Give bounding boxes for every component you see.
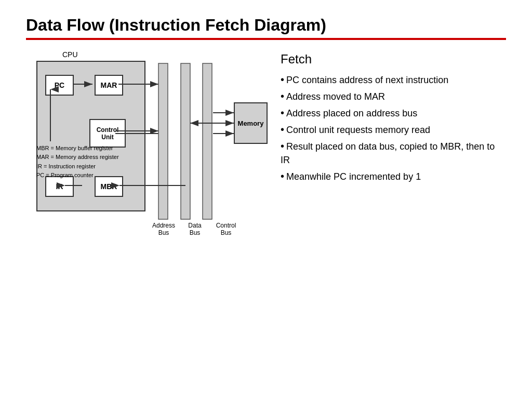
- text-area: Fetch PC contains address of next instru…: [281, 50, 506, 185]
- svg-rect-10: [181, 63, 190, 219]
- bus-labels: AddressBus DataBus ControlBus: [151, 222, 239, 237]
- page-title: Data Flow (Instruction Fetch Diagram): [26, 16, 506, 35]
- legend: MBR = Memory buffer register MAR = Memor…: [36, 144, 119, 180]
- bullet-4: Control unit requests memory read: [281, 122, 506, 137]
- bullet-5: Result placed on data bus, copied to MBR…: [281, 139, 506, 166]
- bullet-2: Address moved to MAR: [281, 89, 506, 103]
- bullet-6: Meanwhile PC incremented by 1: [281, 169, 506, 183]
- legend-mbr: MBR = Memory buffer register: [36, 144, 119, 153]
- legend-mar: MAR = Memory address register: [36, 153, 119, 162]
- svg-rect-11: [203, 63, 212, 219]
- title-underline: [26, 38, 506, 40]
- diagram-area: CPU PC MAR ControlUnit IR: [26, 50, 265, 185]
- legend-pc: PC = Program counter: [36, 171, 119, 180]
- bullet-1: PC contains address of next instruction: [281, 72, 506, 87]
- fetch-title: Fetch: [281, 50, 506, 68]
- legend-ir: IR = Instruction register: [36, 162, 119, 171]
- bullet-list: PC contains address of next instruction …: [281, 72, 506, 183]
- control-bus-label: ControlBus: [213, 222, 239, 237]
- svg-rect-9: [158, 63, 168, 219]
- bullet-3: Address placed on address bus: [281, 105, 506, 120]
- data-bus-label: DataBus: [182, 222, 208, 237]
- address-bus-label: AddressBus: [151, 222, 177, 237]
